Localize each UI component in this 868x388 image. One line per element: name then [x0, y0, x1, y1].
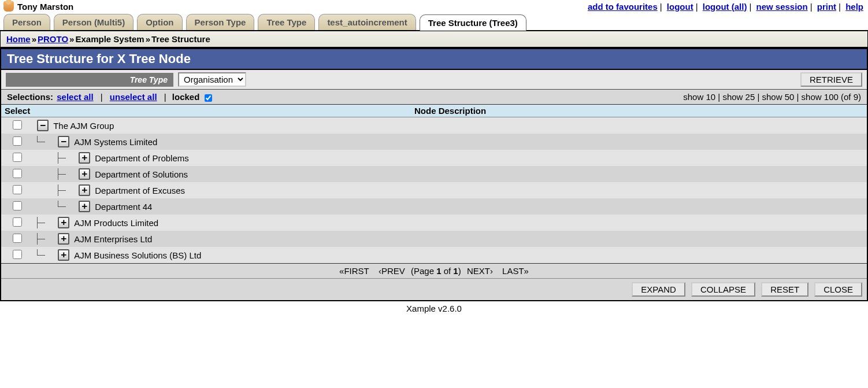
expand-icon[interactable]: +: [79, 168, 90, 180]
row-checkbox[interactable]: [13, 234, 22, 243]
link-new-session[interactable]: new session: [756, 2, 807, 12]
crumb-proto[interactable]: PROTO: [38, 34, 68, 44]
crumb-current: Tree Structure: [151, 34, 210, 44]
collapse-icon[interactable]: −: [58, 136, 69, 147]
row-checkbox[interactable]: [13, 250, 22, 259]
node-label: Department of Problems: [95, 153, 189, 163]
reset-button[interactable]: RESET: [761, 282, 808, 297]
top-links: add to favourites| logout| logout (all)|…: [588, 2, 863, 12]
tab-4[interactable]: Tree Type: [258, 14, 315, 30]
node-label: Department 44: [95, 202, 152, 212]
table-row: −The AJM Group: [1, 117, 867, 134]
breadcrumb: Home»PROTO»Example System»Tree Structure: [0, 31, 868, 48]
show-25[interactable]: show 25: [722, 92, 755, 102]
pager-total: 1: [453, 266, 458, 276]
table-row: +Department of Excuses: [1, 182, 867, 198]
table-row: +Department of Solutions: [1, 166, 867, 182]
user-info: Tony Marston: [3, 1, 73, 12]
select-all-link[interactable]: select all: [57, 92, 93, 102]
tree-branch-icon: [37, 249, 53, 261]
tab-0[interactable]: Person: [3, 14, 50, 30]
show-10[interactable]: show 10: [683, 92, 715, 102]
tab-1[interactable]: Person (Multi5): [54, 14, 133, 30]
tree-branch-icon: [58, 152, 74, 164]
tree-branch-icon: [58, 168, 74, 180]
node-label: AJM Systems Limited: [74, 137, 157, 147]
expand-icon[interactable]: +: [58, 217, 69, 228]
link-favourites[interactable]: add to favourites: [588, 2, 658, 12]
table-row: +AJM Enterprises Ltd: [1, 231, 867, 247]
node-label: AJM Products Limited: [74, 218, 158, 228]
node-label: Department of Solutions: [95, 169, 188, 179]
pager-prev[interactable]: ‹PREV: [379, 266, 405, 276]
pager-first[interactable]: «FIRST: [339, 266, 369, 276]
row-checkbox[interactable]: [13, 185, 22, 194]
tree-branch-icon: [37, 233, 53, 245]
footer-version: Xample v2.6.0: [0, 301, 868, 316]
col-select: Select: [1, 105, 34, 117]
selections-label: Selections:: [7, 92, 53, 102]
retrieve-button[interactable]: RETRIEVE: [800, 72, 862, 87]
link-logout-all[interactable]: logout (all): [703, 2, 747, 12]
tab-5[interactable]: test_autoincrement: [318, 14, 416, 30]
pager-last[interactable]: LAST»: [502, 266, 529, 276]
tree-branch-icon: [37, 136, 53, 147]
close-button[interactable]: CLOSE: [814, 282, 862, 297]
expand-icon[interactable]: +: [58, 249, 69, 261]
row-checkbox[interactable]: [13, 153, 22, 162]
collapse-button[interactable]: COLLAPSE: [691, 282, 755, 297]
link-help[interactable]: help: [845, 2, 863, 12]
locked-checkbox[interactable]: [205, 94, 212, 102]
pager-num: 1: [436, 266, 441, 276]
tree-branch-icon: [58, 184, 74, 196]
tree-type-select[interactable]: Organisation: [178, 72, 246, 87]
tab-3[interactable]: Person Type: [186, 14, 255, 30]
crumb-home[interactable]: Home: [6, 34, 31, 44]
tab-6[interactable]: Tree Structure (Tree3): [420, 14, 526, 31]
user-name: Tony Marston: [17, 2, 73, 12]
row-checkbox[interactable]: [13, 169, 22, 178]
crumb-example: Example System: [75, 34, 144, 44]
row-checkbox[interactable]: [13, 201, 22, 210]
show-50[interactable]: show 50: [762, 92, 795, 102]
table-row: +Department 44: [1, 198, 867, 215]
unselect-all-link[interactable]: unselect all: [110, 92, 157, 102]
node-label: The AJM Group: [53, 121, 114, 131]
table-row: +AJM Business Solutions (BS) Ltd: [1, 247, 867, 263]
pager: «FIRST ‹PREV (Page 1 of 1) NEXT› LAST»: [1, 263, 867, 278]
link-logout[interactable]: logout: [667, 2, 693, 12]
col-desc: Node Description: [34, 105, 867, 117]
row-checkbox[interactable]: [13, 120, 22, 130]
link-print[interactable]: print: [817, 2, 836, 12]
table-row: +AJM Products Limited: [1, 215, 867, 231]
node-label: AJM Enterprises Ltd: [74, 234, 152, 244]
page-title: Tree Structure for X Tree Node: [1, 49, 867, 70]
tree-branch-icon: [37, 217, 53, 228]
expand-icon[interactable]: +: [79, 201, 90, 212]
filter-label: Tree Type: [6, 73, 173, 87]
avatar-icon: [3, 1, 14, 12]
locked-label: locked: [172, 92, 200, 102]
expand-icon[interactable]: +: [58, 233, 69, 245]
collapse-icon[interactable]: −: [37, 120, 49, 131]
show-100[interactable]: show 100 (of 9): [802, 92, 861, 102]
tab-2[interactable]: Option: [137, 14, 182, 30]
tab-row: PersonPerson (Multi5)OptionPerson TypeTr…: [0, 12, 868, 31]
node-label: AJM Business Solutions (BS) Ltd: [74, 250, 201, 260]
table-row: −AJM Systems Limited: [1, 134, 867, 150]
row-checkbox[interactable]: [13, 136, 22, 146]
expand-icon[interactable]: +: [79, 184, 90, 196]
tree-branch-icon: [58, 201, 74, 212]
node-label: Department of Excuses: [95, 186, 185, 195]
table-row: +Department of Problems: [1, 150, 867, 166]
pager-next[interactable]: NEXT›: [467, 266, 493, 276]
expand-button[interactable]: EXPAND: [632, 282, 685, 297]
row-checkbox[interactable]: [13, 217, 22, 227]
expand-icon[interactable]: +: [79, 152, 90, 164]
